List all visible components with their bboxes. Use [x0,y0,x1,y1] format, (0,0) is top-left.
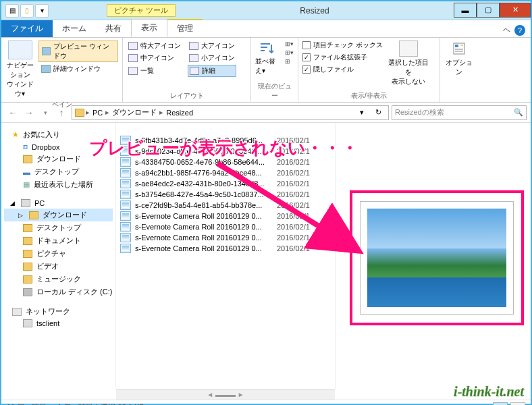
file-name: s-43384750-0652-4e76-9b86-58e644... [135,158,277,166]
sidebar-item-fav-downloads[interactable]: ダウンロード [4,153,113,165]
layout-large[interactable]: 大アイコン [188,40,236,51]
layout-small[interactable]: 小アイコン [188,53,236,63]
svg-rect-4 [455,45,458,47]
sidebar-item-local-disk[interactable]: ローカル ディスク (C:) [4,286,113,298]
preview-pane-label: プレビュー ウィンドウ [53,42,115,61]
sidebar-item-recent[interactable]: ▦最近表示した場所 [4,178,113,191]
file-row[interactable]: s-ce72fd9b-3a54-4e81-ab54-bb378e...2016/… [116,200,335,211]
sidebar-favorites[interactable]: ★お気に入り [4,128,113,141]
crumb-pc[interactable]: PC [91,109,104,117]
check-hidden[interactable]: ✓隠しファイル [302,65,383,74]
tree-expand-icon[interactable]: ▷ [18,212,23,219]
file-row[interactable]: s-Evernote Camera Roll 20160129 0...2016… [116,211,335,221]
help-icon[interactable]: ? [514,25,525,36]
qat-dropdown-icon[interactable]: ▾ [35,4,49,18]
folder-icon [23,155,32,163]
ribbon-group-options: オプション [440,38,478,102]
file-row[interactable]: s-43384750-0652-4e76-9b86-58e644...2016/… [116,157,335,167]
status-bar: 11 個の項目 1 個の項目を選択 83.1 KB [1,400,531,405]
file-name: s-a94c2bb1-985f-4776-94a2-0bce48... [135,169,277,177]
size-columns-icon[interactable]: ⊞ [285,58,294,65]
svg-rect-0 [261,43,270,45]
folder-icon [23,275,32,284]
sidebar-item-pictures[interactable]: ピクチャ [4,247,113,260]
crumb-downloads[interactable]: ダウンロード [111,107,158,117]
content-area: s-6fb431b3-4d7e-4d8e-a7e2-8995d6...2016/… [116,123,531,389]
minimize-button[interactable]: ▬ [454,3,477,18]
close-button[interactable]: ✕ [500,3,531,18]
collapse-ribbon-icon[interactable]: ヘ [503,25,510,36]
add-columns-icon[interactable]: ⊞▾ [285,49,294,56]
explorer-body: ★お気に入り ⧈Dropbox ダウンロード ▬デスクトップ ▦最近表示した場所… [1,123,531,389]
tab-home[interactable]: ホーム [53,20,96,37]
checkbox-checked-icon: ✓ [302,65,311,74]
file-row[interactable]: s-Evernote Camera Roll 20160129 0...2016… [116,243,335,254]
file-row[interactable]: s-Evernote Camera Roll 20160129 0...2016… [116,232,335,243]
horizontal-scrollbar[interactable]: ◄ ▬▬▬ ► [116,389,335,400]
nav-pane-button[interactable]: ナビゲーション ウィンドウ▾ [5,40,34,99]
navigation-sidebar: ★お気に入り ⧈Dropbox ダウンロード ▬デスクトップ ▦最近表示した場所… [1,123,116,389]
view-details-switch[interactable] [493,402,508,406]
file-name: s-9dc00234-80fe-40bc-8513-000b41... [135,147,277,155]
nav-pane-icon [8,40,32,59]
up-button[interactable]: ↑ [54,105,69,120]
search-input[interactable]: Resizedの検索 🔍 [392,105,527,120]
recent-dropdown[interactable]: ▾ [38,105,53,120]
preview-thumbnail-image [367,209,506,307]
breadcrumb-bar[interactable]: ▸ PC ▸ ダウンロード ▸ Resized ▾ ↻ [72,105,389,120]
layout-list[interactable]: 一覧 [127,65,182,77]
hide-selected-button[interactable]: 選択した項目を 表示しない [387,40,430,86]
sidebar-item-music[interactable]: ミュージック [4,273,113,286]
image-file-icon [120,233,131,242]
sidebar-item-downloads[interactable]: ▷ダウンロード [4,209,113,221]
file-row[interactable]: s-ae84edc2-e432-431b-80e0-134ed8...2016/… [116,178,335,189]
group-by-icon[interactable]: ⊞▾ [285,40,294,47]
crumb-resized[interactable]: Resized [165,109,194,117]
layout-medium[interactable]: 中アイコン [127,53,182,63]
sort-label: 並べ替え▾ [255,57,278,76]
address-dropdown-icon[interactable]: ▾ [354,108,369,117]
refresh-icon[interactable]: ↻ [371,108,385,117]
sidebar-item-desktop[interactable]: デスクトップ [4,221,113,234]
preview-pane-button[interactable]: プレビュー ウィンドウ [38,40,118,62]
details-pane-button[interactable]: 詳細ウィンドウ [38,63,118,74]
desktop-icon: ▬ [23,168,30,176]
file-row[interactable]: s-9dc00234-80fe-40bc-8513-000b41...2016/… [116,146,335,157]
check-item-checkboxes[interactable]: 項目チェック ボックス [302,40,383,50]
sidebar-network[interactable]: ネットワーク [4,305,113,318]
sidebar-item-videos[interactable]: ビデオ [4,260,113,273]
sidebar-item-fav-desktop[interactable]: ▬デスクトップ [4,165,113,178]
file-date: 2016/02/1 [277,244,324,252]
sidebar-item-tsclient[interactable]: tsclient [4,318,113,329]
titlebar-right: ヘ ? [498,24,531,37]
file-list[interactable]: s-6fb431b3-4d7e-4d8e-a7e2-8995d6...2016/… [116,123,335,389]
tab-share[interactable]: 共有 [96,20,131,37]
layout-extra-large[interactable]: 特大アイコン [127,40,182,51]
qat-newfolder-icon[interactable]: ▯ [20,4,34,18]
file-row[interactable]: s-a94c2bb1-985f-4776-94a2-0bce48...2016/… [116,167,335,178]
tab-file[interactable]: ファイル [1,20,53,37]
back-button[interactable]: ← [5,105,20,120]
file-row[interactable]: s-b3754e68-427e-45a4-9c50-1c0837...2016/… [116,189,335,200]
nav-pane-label: ナビゲーション ウィンドウ▾ [5,61,34,99]
options-button[interactable]: オプション [444,40,474,77]
sidebar-pc[interactable]: ◢PC [4,198,113,209]
layout-details[interactable]: 詳細 [188,65,236,77]
svg-rect-1 [261,47,267,48]
sidebar-item-documents[interactable]: ドキュメント [4,234,113,247]
tab-view[interactable]: 表示 [131,19,167,37]
sort-button[interactable]: 並べ替え▾ [255,40,278,76]
file-row[interactable]: s-6fb431b3-4d7e-4d8e-a7e2-8995d6...2016/… [116,135,335,146]
forward-button[interactable]: → [22,105,36,120]
sidebar-item-dropbox[interactable]: ⧈Dropbox [4,141,113,153]
qat-properties-icon[interactable]: ▤ [5,4,19,18]
view-thumbnails-switch[interactable] [510,402,525,406]
file-row[interactable]: s-Evernote Camera Roll 20160129 0...2016… [116,221,335,232]
tree-collapse-icon[interactable]: ◢ [10,200,15,207]
tab-manage[interactable]: 管理 [167,19,203,37]
check-extensions[interactable]: ✓ファイル名拡張子 [302,53,383,62]
maximize-button[interactable]: ▢ [477,3,500,18]
folder-icon [29,211,38,219]
dropbox-icon: ⧈ [23,142,28,151]
window-controls: ▬ ▢ ✕ [454,4,531,18]
